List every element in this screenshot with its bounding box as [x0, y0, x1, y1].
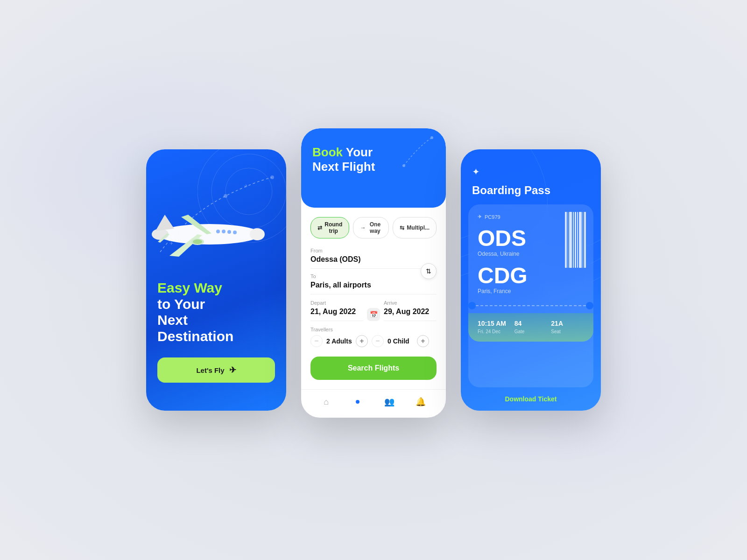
bar2: [568, 212, 569, 268]
phone-boarding-pass: ✦ Boarding Pass: [461, 149, 601, 411]
dest-code: CDG: [478, 265, 584, 287]
svg-point-17: [430, 136, 433, 139]
title-your: Your: [343, 145, 373, 159]
depart-field: Depart 21, Aug 2022: [310, 300, 363, 321]
svg-point-3: [224, 194, 227, 198]
arrive-label: Arrive: [384, 300, 437, 306]
one-way-label: One way: [368, 221, 382, 234]
multi-city-btn[interactable]: ⇆ Multipl...: [393, 217, 437, 238]
phones-container: ✈ ✈: [146, 142, 601, 418]
svg-point-13: [216, 230, 220, 233]
adults-value: 2 Adults: [326, 337, 352, 345]
plane-icon-small: ✈: [478, 214, 482, 220]
calendar-icon[interactable]: 📅: [367, 308, 380, 321]
round-trip-btn[interactable]: ⇄ Round trip: [310, 217, 349, 238]
bar1: [565, 212, 567, 268]
to-value[interactable]: Paris, all airports: [310, 281, 437, 294]
from-to-section: From Odessa (ODS) ⇅ To Paris, all airpor…: [310, 248, 437, 294]
p3-inner: ✦ Boarding Pass: [461, 149, 601, 411]
depart-label: Depart: [310, 300, 363, 306]
nav-bell[interactable]: 🔔: [414, 395, 427, 408]
bottom-nav: ⌂ 👥 🔔: [301, 389, 446, 416]
gate-value: 84: [514, 320, 548, 327]
dates-section: Depart 21, Aug 2022 📅 Arrive 29, Aug 202…: [310, 300, 437, 321]
round-trip-icon: ⇄: [317, 224, 322, 231]
nav-active-dot: [356, 400, 359, 404]
one-way-icon: →: [360, 224, 366, 231]
p3-header: ✦ Boarding Pass: [461, 149, 601, 204]
from-field: From Odessa (ODS): [310, 248, 437, 269]
bar4: [573, 212, 574, 268]
travellers-section: Travellers − 2 Adults + − 0 Child +: [310, 327, 437, 347]
from-value[interactable]: Odessa (ODS): [310, 255, 437, 269]
p2-body: ⇄ Round trip → One way ⇆ Multipl... From…: [301, 208, 446, 387]
from-label: From: [310, 248, 437, 253]
search-flights-button[interactable]: Search Flights: [310, 357, 437, 380]
bar6: [577, 212, 578, 268]
arrive-value[interactable]: 29, Aug 2022: [384, 308, 437, 321]
travellers-label: Travellers: [310, 327, 437, 332]
p3-logo-icon: ✦: [472, 166, 590, 177]
multi-label: Multipl...: [407, 224, 430, 231]
adults-minus-btn[interactable]: −: [310, 335, 323, 347]
svg-point-7: [158, 224, 261, 245]
p1-content: Easy Way to YourNextDestination Let's Fl…: [157, 280, 275, 383]
svg-point-4: [270, 175, 274, 179]
svg-point-8: [250, 228, 265, 240]
svg-point-15: [193, 239, 202, 244]
arrive-field: Arrive 29, Aug 2022: [384, 300, 437, 321]
nav-people[interactable]: 👥: [383, 395, 396, 408]
seat-info: 21A Seat: [551, 320, 584, 334]
p2-header: Book Your Next Flight: [301, 128, 446, 208]
divider: [468, 302, 593, 309]
flight-num-value: PC979: [485, 214, 500, 220]
bar9: [584, 212, 586, 268]
time-value: 10:15 AM: [478, 320, 511, 327]
ticket-bottom: 10:15 AM Fri. 24 Dec 84 Gate 21A Seat: [468, 313, 593, 342]
one-way-btn[interactable]: → One way: [353, 217, 389, 238]
header-decoration: [395, 133, 441, 170]
lets-fly-label: Let's Fly: [196, 366, 224, 374]
boarding-card: ✈ PC979 ODS Odessa, Ukraine CDG Paris, F…: [468, 204, 593, 387]
svg-point-10: [233, 231, 237, 234]
time-info: 10:15 AM Fri. 24 Dec: [478, 320, 511, 334]
trip-types: ⇄ Round trip → One way ⇆ Multipl...: [310, 217, 437, 238]
seat-label: Seat: [551, 329, 584, 334]
boarding-pass-title: Boarding Pass: [472, 184, 590, 197]
barcode-lines: [565, 212, 586, 268]
notch-line: [476, 305, 586, 306]
arrow-icon: ✈: [229, 365, 236, 375]
multi-icon: ⇆: [400, 224, 404, 231]
bar3: [569, 212, 571, 268]
travellers-row: − 2 Adults + − 0 Child +: [310, 335, 437, 347]
headline-green: Easy Way: [157, 280, 222, 295]
title-next-flight: Next Flight: [312, 160, 375, 174]
plane-illustration: [146, 201, 268, 268]
swap-button[interactable]: ⇅: [421, 263, 437, 279]
lets-fly-button[interactable]: Let's Fly ✈: [157, 357, 275, 383]
bar5: [575, 212, 577, 268]
nav-home[interactable]: ⌂: [320, 395, 333, 408]
depart-value[interactable]: 21, Aug 2022: [310, 308, 363, 321]
seat-value: 21A: [551, 320, 584, 327]
bar7: [579, 212, 581, 268]
nav-search[interactable]: [351, 395, 364, 408]
adults-plus-btn[interactable]: +: [356, 335, 368, 347]
svg-text:✈: ✈: [244, 183, 248, 189]
to-field: To Paris, all airports: [310, 269, 437, 294]
notch-right: [586, 302, 593, 309]
svg-point-16: [402, 164, 405, 167]
svg-point-12: [222, 230, 226, 233]
child-minus-btn[interactable]: −: [372, 335, 384, 347]
dest-city: Paris, France: [478, 288, 584, 294]
round-trip-label: Round trip: [324, 221, 342, 234]
phone-search: Book Your Next Flight ⇄ Round trip → One…: [301, 128, 446, 418]
title-book: Book: [312, 145, 343, 159]
gate-label: Gate: [514, 329, 548, 334]
child-plus-btn[interactable]: +: [417, 335, 429, 347]
gate-info: 84 Gate: [514, 320, 548, 334]
to-label: To: [310, 273, 437, 279]
phone-landing: ✈ ✈: [146, 149, 286, 411]
bar8: [583, 212, 584, 268]
barcode-area: [565, 212, 586, 268]
